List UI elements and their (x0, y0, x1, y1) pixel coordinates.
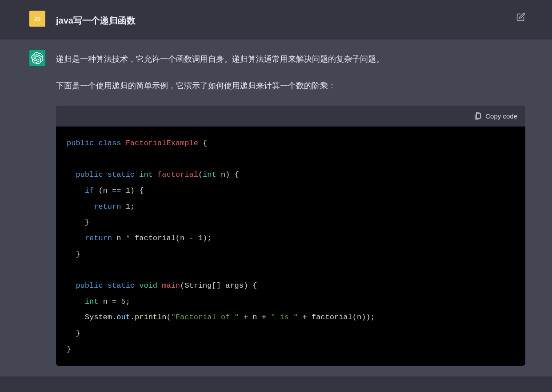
user-message-text: java写一个递归函数 (56, 11, 506, 28)
copy-code-button[interactable]: Copy code (474, 110, 517, 122)
assistant-paragraph-2: 下面是一个使用递归的简单示例，它演示了如何使用递归来计算一个数的阶乘： (56, 79, 525, 93)
copy-code-label: Copy code (485, 110, 517, 122)
clipboard-icon (474, 112, 482, 120)
edit-icon[interactable] (516, 12, 525, 21)
user-avatar-text: 29 (34, 16, 40, 22)
assistant-avatar (29, 50, 45, 66)
assistant-message-row: 递归是一种算法技术，它允许一个函数调用自身。递归算法通常用来解决问题的复杂子问题… (0, 39, 552, 377)
user-message-row: 29 java写一个递归函数 (0, 0, 552, 39)
user-actions (516, 11, 525, 28)
user-avatar: 29 (29, 11, 45, 27)
openai-logo-icon (31, 52, 44, 64)
code-header: Copy code (56, 106, 525, 127)
assistant-message-content: 递归是一种算法技术，它允许一个函数调用自身。递归算法通常用来解决问题的复杂子问题… (56, 50, 525, 366)
code-content: public class FactorialExample { public s… (56, 127, 525, 366)
svg-rect-0 (476, 113, 480, 119)
code-block: Copy code public class FactorialExample … (56, 106, 525, 366)
assistant-paragraph-1: 递归是一种算法技术，它允许一个函数调用自身。递归算法通常用来解决问题的复杂子问题… (56, 52, 525, 66)
